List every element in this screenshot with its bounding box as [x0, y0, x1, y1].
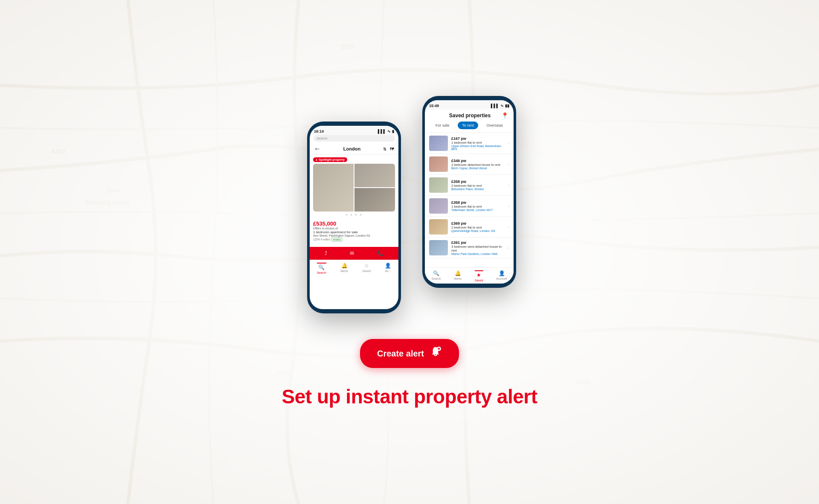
sort-icon[interactable]: ⇅ [383, 147, 386, 151]
back-icon[interactable]: ← [314, 145, 321, 153]
left-bottom-nav: 🔍 Search 🔔 Alerts ☆ Saved 👤 Ac... [310, 260, 398, 276]
prop-list-info-1: £167 pw 1 bedroom flat to rent Upper Elm… [451, 136, 505, 151]
list-item[interactable]: £391 pw 3 bedroom semi-detached house to… [425, 238, 514, 258]
tab-for-sale[interactable]: For sale [431, 122, 454, 129]
battery-icon: ▮ [392, 129, 394, 133]
prop-thumb-3 [429, 177, 448, 193]
prop-list-desc-6: 3 bedroom semi-detached house to rent [451, 245, 505, 252]
prop-list-desc-3: 2 bedroom flat to rent [451, 184, 505, 188]
right-time: 15:49 [429, 104, 439, 108]
prop-list-addr-1: Upper Elmers End Road, Beckenham BR3 [451, 145, 505, 151]
right-bottom-nav: 🔍 Search 🔔 Alerts ★ Saved 👤 Account [425, 267, 514, 284]
prop-thumb-6 [429, 240, 448, 255]
right-search-nav-icon: 🔍 [433, 270, 439, 276]
email-icon[interactable]: ✉ [350, 250, 354, 256]
phone-notch-left [341, 123, 367, 126]
prop-list-info-2: £346 pw 2 bedroom detached house to rent… [451, 159, 505, 170]
list-item[interactable]: £369 pw 2 bedroom flat to rent Queensbri… [425, 217, 514, 238]
location-pin-icon[interactable]: 📍 [501, 112, 508, 119]
saved-nav-icon: ☆ [364, 263, 369, 269]
tab-overseas[interactable]: Overseas [482, 122, 508, 129]
prop-list-price-6: £391 pw [451, 240, 505, 245]
left-time: 16:14 [314, 129, 324, 133]
left-status-icons: ▌▌▌ ∿ ▮ [378, 129, 394, 133]
prop-list-price-4: £358 pw [451, 200, 505, 205]
main-content: 16:14 ▌▌▌ ∿ ▮ Search ← London ⇅ [0, 0, 819, 504]
left-nav-icons: ⇅ 🗺 [383, 147, 394, 151]
right-nav-account[interactable]: 👤 Account [496, 270, 507, 282]
list-item[interactable]: £358 pw 2 bedroom flat to rent Belvedere… [425, 175, 514, 196]
property-images [313, 164, 395, 211]
signal-icon: ▌▌▌ [378, 129, 386, 133]
prop-list-addr-5: Queensbridge Road, London, E8 [451, 229, 505, 232]
right-battery-icon: ▮▮ [505, 104, 509, 108]
phone-icon[interactable]: 📞 [377, 250, 383, 256]
online-badge: Online [331, 238, 343, 242]
chevron-icon-4: › [508, 204, 509, 209]
nav-search-label: Search [317, 271, 326, 274]
nav-account[interactable]: 👤 Ac... [385, 263, 391, 274]
nav-alerts-label: Alerts [340, 269, 348, 272]
prop-list-addr-6: Manor Park Gardens, London HA8 [451, 252, 505, 255]
prop-img-main [313, 164, 354, 211]
right-status-bar: 15:49 ▌▌▌ ∿ ▮▮ [425, 100, 514, 110]
right-nav-search-label: Search [431, 277, 441, 280]
nav-saved[interactable]: ☆ Saved [362, 263, 371, 274]
right-nav-alerts[interactable]: 🔔 Alerts [454, 270, 462, 282]
prop-thumb-4 [429, 198, 448, 214]
create-alert-label: Create alert [377, 349, 424, 359]
tab-to-rent[interactable]: To rent [458, 122, 478, 129]
prop-list-desc-4: 1 bedroom flat to rent [451, 205, 505, 209]
list-item[interactable]: £167 pw 1 bedroom flat to rent Upper Elm… [425, 133, 514, 154]
right-alerts-nav-icon: 🔔 [455, 270, 461, 276]
spotlight-badge: ● Spotlight property [313, 157, 347, 162]
phone-right-screen: 15:49 ▌▌▌ ∿ ▮▮ Saved properties 📍 For sa… [425, 100, 514, 284]
tabs-row: For sale To rent Overseas [425, 122, 514, 133]
left-search-bar[interactable]: Search [313, 135, 395, 142]
prop-thumb-5 [429, 219, 448, 235]
chevron-icon-1: › [508, 141, 509, 146]
map-icon[interactable]: 🗺 [390, 147, 394, 151]
list-item[interactable]: £346 pw 2 bedroom detached house to rent… [425, 154, 514, 175]
right-saved-nav-icon: ★ [476, 272, 481, 278]
prop-list-price-5: £369 pw [451, 221, 505, 226]
prop-list-info-4: £358 pw 1 bedroom flat to rent Tottenham… [451, 200, 505, 211]
prop-actions: ⤴ ✉ 📞 [310, 247, 398, 260]
chevron-icon-3: › [508, 183, 509, 188]
prop-distance: 1254.4 miles Online [313, 238, 395, 242]
spotlight-label: Spotlight property [319, 158, 345, 161]
right-nav-saved[interactable]: ★ Saved [475, 270, 483, 282]
right-nav-account-label: Account [496, 277, 507, 280]
prop-img-3 [354, 188, 395, 211]
nav-saved-label: Saved [362, 269, 371, 272]
prop-thumb-1 [429, 136, 448, 151]
property-list: £167 pw 1 bedroom flat to rent Upper Elm… [425, 133, 514, 267]
chevron-icon-2: › [508, 162, 509, 167]
right-status-icons: ▌▌▌ ∿ ▮▮ [491, 104, 509, 108]
prop-thumb-2 [429, 156, 448, 172]
right-header: Saved properties 📍 [425, 110, 514, 122]
prop-list-price-1: £167 pw [451, 136, 505, 141]
prop-list-addr-3: Belvedere Place, Brixton [451, 188, 505, 191]
prop-list-addr-4: Tottenham Street, London W1T [451, 209, 505, 211]
left-nav-title: London [343, 146, 360, 151]
search-placeholder: Search [317, 136, 327, 140]
chevron-icon-5: › [508, 225, 509, 229]
search-nav-icon: 🔍 [318, 264, 325, 270]
prop-info: £535,000 Offers in excess of 1 bedroom a… [310, 218, 398, 244]
main-heading: Set up instant property alert [282, 385, 537, 408]
bell-plus-icon [429, 346, 442, 361]
right-title: Saved properties [439, 113, 501, 119]
spotlight-circle-icon: ● [316, 158, 317, 161]
prop-img-2 [354, 164, 395, 187]
nav-search[interactable]: 🔍 Search [317, 263, 326, 274]
distance-value: 1254.4 miles [313, 238, 330, 241]
prop-address: Ann Street, Packington Sqaure, London N1 [313, 234, 395, 237]
nav-alerts[interactable]: 🔔 Alerts [340, 263, 348, 274]
right-nav-search[interactable]: 🔍 Search [431, 270, 441, 282]
create-alert-button[interactable]: Create alert [360, 339, 459, 368]
prop-type: 1 bedroom apartment for sale [313, 230, 395, 234]
left-status-bar: 16:14 ▌▌▌ ∿ ▮ [310, 126, 398, 135]
list-item[interactable]: £358 pw 1 bedroom flat to rent Tottenham… [425, 196, 514, 217]
share-icon[interactable]: ⤴ [325, 250, 327, 256]
